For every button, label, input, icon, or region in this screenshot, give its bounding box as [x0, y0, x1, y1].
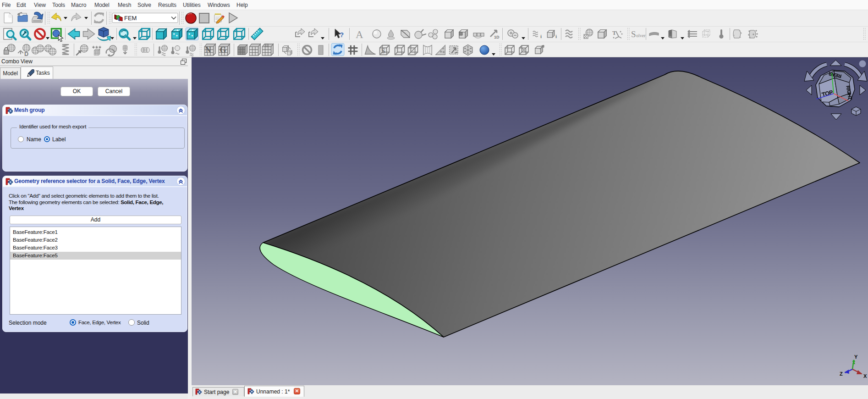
svg-text:X: X	[863, 373, 867, 379]
svg-text:G: G	[220, 45, 226, 55]
svg-text:Y: Y	[854, 354, 858, 360]
svg-text:FEM: FEM	[124, 15, 137, 22]
svg-text:D: D	[24, 51, 28, 57]
svg-text:N: N	[205, 45, 211, 55]
svg-text:Z: Z	[840, 371, 843, 377]
svg-text:S: S	[381, 47, 385, 55]
